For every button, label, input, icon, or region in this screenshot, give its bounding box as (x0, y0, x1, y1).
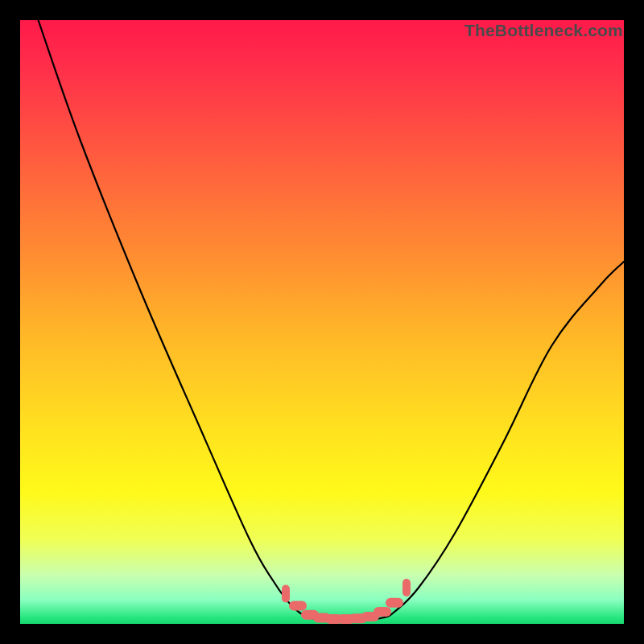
chart-frame: TheBottleneck.com (0, 0, 644, 644)
chart-plot-area (20, 20, 624, 624)
bottleneck-curve (39, 20, 625, 621)
watermark-text: TheBottleneck.com (464, 21, 623, 40)
trough-marker (386, 598, 403, 608)
trough-marker (289, 601, 307, 611)
marker-group (282, 579, 411, 624)
curve-group (39, 20, 625, 621)
trough-marker (374, 607, 391, 617)
chart-svg (20, 20, 624, 624)
trough-marker (402, 579, 411, 597)
trough-marker (282, 585, 290, 603)
